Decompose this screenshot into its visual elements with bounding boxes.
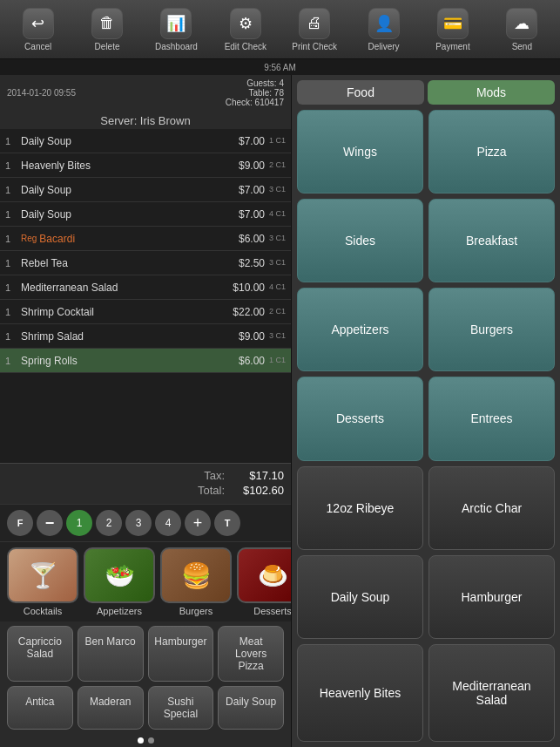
check-info: Check: 610417	[226, 98, 284, 107]
category-cocktails[interactable]: 🍸 Cocktails	[7, 547, 78, 616]
server-name: Server: Iris Brown	[0, 111, 291, 129]
food-btn-burgers[interactable]: Burgers	[428, 288, 555, 371]
bottom-menu-item-0-1[interactable]: Ben Marco	[78, 626, 144, 682]
print-check-label: Print Check	[292, 42, 337, 51]
row-qty: 1	[5, 258, 21, 268]
food-btn-entrees[interactable]: Entrees	[428, 377, 555, 460]
seat-4-button[interactable]: 4	[155, 510, 181, 536]
food-btn-heavenly-bites[interactable]: Heavenly Bites	[297, 644, 423, 742]
order-meta: Guests: 4 Table: 78 Check: 610417	[226, 78, 284, 107]
table-row[interactable]: 1 Reg Bacardi $6.00 3 C1	[0, 227, 291, 251]
table-row[interactable]: 1 Rebel Tea $2.50 3 C1	[0, 251, 291, 275]
food-btn-mediterranean-salad[interactable]: Mediterranean Salad	[428, 644, 555, 742]
toolbar: ↩ Cancel 🗑 Delete 📊 Dashboard ⚙ Edit Che…	[0, 0, 560, 59]
food-btn-arctic-char[interactable]: Arctic Char	[428, 466, 555, 550]
cancel-icon: ↩	[23, 8, 54, 39]
row-price: $9.00	[217, 330, 265, 343]
food-btn-pizza[interactable]: Pizza	[428, 110, 555, 194]
category-desserts[interactable]: 🍮 Desserts	[237, 547, 291, 616]
category-burgers[interactable]: 🍔 Burgers	[160, 547, 232, 616]
table-row[interactable]: 1 Mediterranean Salad $10.00 4 C1	[0, 275, 291, 300]
order-totals: Tax: $17.10 Total: $102.60	[0, 463, 291, 504]
row-price: $2.50	[217, 257, 265, 269]
row-seat: 4 C1	[265, 282, 286, 292]
send-icon: ☁	[506, 8, 537, 39]
category-strip: 🍸 Cocktails 🥗 Appetizers 🍔 Burgers 🍮 Des…	[0, 541, 291, 621]
row-seat: 3 C1	[265, 234, 286, 243]
desserts-label: Desserts	[253, 606, 291, 616]
row-price: $7.00	[217, 208, 265, 221]
food-btn-sides[interactable]: Sides	[297, 199, 423, 282]
food-btn-breakfast[interactable]: Breakfast	[428, 199, 555, 282]
row-price: $10.00	[217, 282, 265, 294]
toolbar-print-check-button[interactable]: 🖨 Print Check	[288, 8, 341, 51]
bottom-menu-item-1-1[interactable]: Maderan	[78, 686, 144, 730]
row-seat: 2 C1	[265, 160, 286, 170]
table-row[interactable]: 1 Daily Soup $7.00 3 C1	[0, 178, 291, 202]
food-panel: Food Mods WingsPizzaSidesBreakfastAppeti…	[292, 75, 560, 747]
minus-button[interactable]: −	[37, 510, 63, 536]
dashboard-icon: 📊	[160, 8, 192, 39]
total-label: Total:	[198, 484, 225, 497]
toolbar-payment-button[interactable]: 💳 Payment	[427, 8, 479, 51]
toolbar-dashboard-button[interactable]: 📊 Dashboard	[150, 8, 202, 51]
toolbar-delete-button[interactable]: 🗑 Delete	[81, 8, 133, 51]
toolbar-send-button[interactable]: ☁ Send	[496, 8, 548, 51]
tax-amount: $17.10	[232, 469, 284, 482]
table-row[interactable]: 1 Shrimp Salad $9.00 3 C1	[0, 324, 291, 349]
seat-2-button[interactable]: 2	[96, 510, 122, 536]
food-btn-desserts[interactable]: Desserts	[297, 377, 423, 460]
row-qty: 1	[5, 356, 21, 366]
food-grid: WingsPizzaSidesBreakfastAppetizersBurger…	[297, 110, 555, 742]
cocktails-label: Cocktails	[24, 606, 63, 616]
row-qty: 1	[5, 160, 21, 171]
tab-mods[interactable]: Mods	[428, 80, 555, 105]
t-button[interactable]: T	[214, 510, 240, 536]
row-price: $9.00	[217, 160, 265, 172]
bottom-menu: Capriccio SaladBen MarcoHamburgerMeat Lo…	[0, 621, 291, 734]
tax-row: Tax: $17.10	[7, 469, 284, 482]
tab-food[interactable]: Food	[297, 80, 424, 105]
food-btn-wings[interactable]: Wings	[297, 110, 423, 194]
toolbar-edit-check-button[interactable]: ⚙ Edit Check	[219, 8, 272, 51]
bottom-menu-item-0-3[interactable]: Meat Lovers Pizza	[218, 626, 284, 682]
order-table: 1 Daily Soup $7.00 1 C1 1 Heavenly Bites…	[0, 129, 291, 463]
row-name: Daily Soup	[21, 135, 217, 147]
bottom-menu-item-0-2[interactable]: Hamburger	[148, 626, 214, 682]
category-appetizers[interactable]: 🥗 Appetizers	[84, 547, 155, 616]
payment-icon: 💳	[437, 8, 469, 39]
row-name: Mediterranean Salad	[21, 282, 217, 294]
bottom-menu-item-1-2[interactable]: Sushi Special	[148, 686, 214, 730]
main-content: 2014-01-20 09:55 Guests: 4 Table: 78 Che…	[0, 75, 560, 747]
bottom-menu-item-1-0[interactable]: Antica	[7, 686, 73, 730]
toolbar-cancel-button[interactable]: ↩ Cancel	[12, 8, 64, 51]
table-row[interactable]: 1 Spring Rolls $6.00 1 C1	[0, 349, 291, 373]
row-price: $6.00	[217, 233, 265, 245]
dot-1	[138, 737, 144, 744]
row-seat: 2 C1	[265, 307, 286, 316]
toolbar-delivery-button[interactable]: 👤 Delivery	[358, 8, 410, 51]
row-qty: 1	[5, 234, 21, 244]
order-panel: 2014-01-20 09:55 Guests: 4 Table: 78 Che…	[0, 75, 292, 747]
table-row[interactable]: 1 Shrimp Cocktail $22.00 2 C1	[0, 300, 291, 324]
bottom-menu-item-1-3[interactable]: Daily Soup	[218, 686, 284, 730]
food-btn-daily-soup[interactable]: Daily Soup	[297, 555, 423, 639]
food-btn-appetizers[interactable]: Appetizers	[297, 288, 423, 371]
table-info: Table: 78	[226, 88, 284, 98]
plus-button[interactable]: +	[185, 510, 211, 536]
row-qty: 1	[5, 331, 21, 342]
table-row[interactable]: 1 Daily Soup $7.00 4 C1	[0, 202, 291, 227]
seat-1-button[interactable]: 1	[66, 510, 92, 536]
bottom-menu-item-0-0[interactable]: Capriccio Salad	[7, 626, 73, 682]
row-price: $22.00	[217, 306, 265, 318]
table-row[interactable]: 1 Heavenly Bites $9.00 2 C1	[0, 153, 291, 178]
f-button[interactable]: F	[7, 510, 33, 536]
desserts-thumb: 🍮	[237, 547, 291, 603]
food-btn-12oz-ribeye[interactable]: 12oz Ribeye	[297, 466, 423, 550]
row-qty: 1	[5, 136, 21, 146]
seat-3-button[interactable]: 3	[125, 510, 152, 536]
food-btn-hamburger[interactable]: Hamburger	[428, 555, 555, 639]
row-name: Heavenly Bites	[21, 160, 217, 172]
table-row[interactable]: 1 Daily Soup $7.00 1 C1	[0, 129, 291, 153]
page-dots	[0, 734, 291, 747]
